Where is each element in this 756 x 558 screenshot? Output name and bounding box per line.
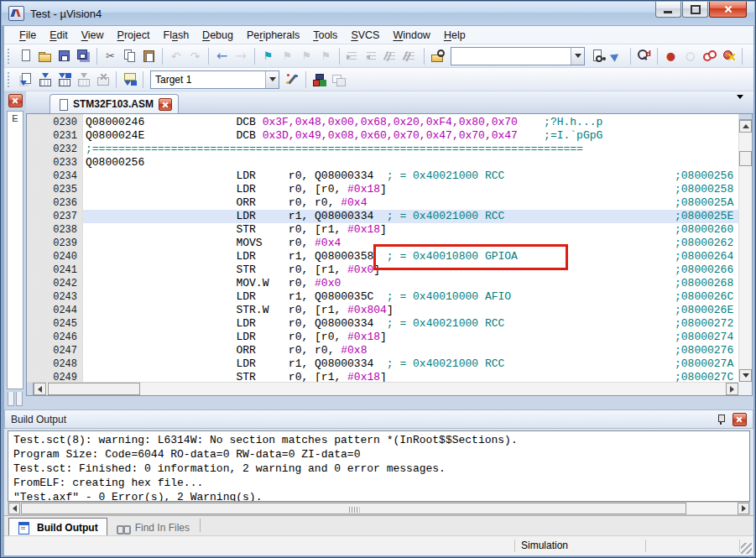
scroll-left-button[interactable] xyxy=(8,503,20,514)
resize-grip[interactable] xyxy=(741,543,752,554)
bookmark-next-icon[interactable]: ⚑ xyxy=(298,47,315,65)
editor-vertical-scrollbar[interactable] xyxy=(738,114,752,382)
menu-edit[interactable]: Edit xyxy=(43,28,75,43)
code-line[interactable]: 0248 LDR r1, Q08000334 ; = 0x40021000 RC… xyxy=(27,357,738,371)
code-line[interactable]: 0243 LDR r1, Q0800035C ; = 0x40010000 AF… xyxy=(27,290,738,304)
menu-help[interactable]: Help xyxy=(437,28,472,43)
build-target-icon[interactable] xyxy=(36,70,54,89)
undo-icon[interactable]: ↶ xyxy=(167,47,185,65)
manage-books-icon[interactable] xyxy=(330,70,347,89)
scroll-left-button[interactable] xyxy=(34,383,46,395)
target-select[interactable]: Target 1 xyxy=(150,70,279,89)
find-icon[interactable] xyxy=(589,47,607,65)
build-output-log[interactable]: Test.sct(8): warning: L6314W: No section… xyxy=(8,430,750,502)
cut-icon[interactable]: ✂ xyxy=(102,47,119,65)
collapsed-project-pane[interactable]: E xyxy=(7,111,23,389)
code-line[interactable]: 0233Q08000256 xyxy=(27,156,738,169)
download-flash-icon[interactable] xyxy=(121,70,138,89)
code-line[interactable]: 0238 STR r0, [r1, #0x18];08000260 xyxy=(27,223,738,237)
new-file-icon[interactable] xyxy=(17,47,34,65)
rebuild-all-icon[interactable] xyxy=(55,70,73,89)
dropdown-button[interactable] xyxy=(571,48,584,65)
tab-find-in-files[interactable]: Find In Files xyxy=(107,519,198,536)
menu-flash[interactable]: Flash xyxy=(157,28,196,43)
scroll-right-button[interactable] xyxy=(738,503,749,514)
tab-build-output[interactable]: Build Output xyxy=(8,518,107,536)
enable-disable-breakpoint-icon[interactable]: ○ xyxy=(681,47,699,65)
vertical-scroll-thumb[interactable] xyxy=(739,151,752,166)
batch-build-icon[interactable] xyxy=(75,70,92,89)
menu-file[interactable]: File xyxy=(13,28,43,43)
editor-horizontal-scrollbar[interactable] xyxy=(27,382,738,395)
bookmark-toggle-icon[interactable]: ⚑ xyxy=(259,47,277,65)
translate-file-icon[interactable] xyxy=(17,70,34,89)
bookmark-prev-icon[interactable]: ⚑ xyxy=(279,47,296,65)
code-line[interactable]: 0236 ORR r0, r0, #0x4;0800025A xyxy=(27,196,738,210)
menu-peripherals[interactable]: Peripherals xyxy=(240,28,306,43)
disable-all-breakpoints-icon[interactable] xyxy=(701,47,718,65)
tab-stm32f103-asm[interactable]: STM32F103.ASM xyxy=(50,94,179,113)
toolbar-grip[interactable] xyxy=(8,49,12,64)
pane-tab-stub[interactable] xyxy=(8,392,14,406)
menu-tools[interactable]: Tools xyxy=(306,28,344,43)
menu-view[interactable]: View xyxy=(75,28,111,43)
horizontal-scroll-thumb[interactable] xyxy=(48,383,140,395)
dropdown-button[interactable] xyxy=(265,71,279,88)
stop-build-icon[interactable] xyxy=(94,70,112,89)
code-line[interactable]: 0235 LDR r0, [r0, #0x18];08000258 xyxy=(27,183,738,196)
split-handle[interactable] xyxy=(27,383,34,395)
code-line[interactable]: 0247 ORR r0, r0, #0x8;08000276 xyxy=(27,344,738,357)
menu-window[interactable]: Window xyxy=(386,28,436,43)
split-handle[interactable] xyxy=(739,114,752,120)
outdent-icon[interactable] xyxy=(363,47,381,65)
code-line[interactable]: 0231Q0800024E DCB 0x3D,0x49,0x08,0x60,0x… xyxy=(27,129,738,143)
scroll-right-button[interactable] xyxy=(726,383,738,395)
manage-project-items-icon[interactable] xyxy=(310,70,328,89)
copy-icon[interactable] xyxy=(121,47,138,65)
menu-debug[interactable]: Debug xyxy=(196,28,240,43)
incremental-find-icon[interactable] xyxy=(608,47,626,65)
paste-icon[interactable] xyxy=(140,47,158,65)
pin-icon[interactable] xyxy=(717,414,726,425)
code-line[interactable]: 0244 STR.W r0, [r1, #0x804];0800026E xyxy=(27,304,738,317)
code-line[interactable]: 0249 STR r0, [r1, #0x18];0800027C xyxy=(27,371,738,382)
bookmark-clear-icon[interactable]: ⚑ xyxy=(317,47,335,65)
scroll-up-button[interactable] xyxy=(739,120,752,133)
navigate-forward-icon[interactable]: → xyxy=(232,47,250,65)
close-button[interactable] xyxy=(709,2,747,18)
code-line[interactable]: 0237 LDR r1, Q08000334 ; = 0x40021000 RC… xyxy=(27,210,738,223)
code-line[interactable]: 0242 MOV.W r0, #0x0;08000268 xyxy=(27,277,738,290)
output-scroll-thumb[interactable] xyxy=(21,503,686,514)
restore-button[interactable] xyxy=(682,2,708,18)
insert-breakpoint-icon[interactable]: ● xyxy=(662,47,680,65)
save-all-icon[interactable] xyxy=(75,47,92,65)
minimize-button[interactable] xyxy=(655,2,681,18)
open-file-icon[interactable] xyxy=(36,47,54,65)
kill-all-breakpoints-icon[interactable] xyxy=(720,47,738,65)
tab-list-dropdown-button[interactable] xyxy=(737,99,743,114)
find-in-files-icon[interactable] xyxy=(429,47,446,65)
close-output-button[interactable] xyxy=(733,413,747,426)
code-line[interactable]: 0232;===================================… xyxy=(27,143,738,156)
find-combobox[interactable] xyxy=(451,47,585,65)
indent-icon[interactable] xyxy=(344,47,362,65)
redo-icon[interactable]: ↷ xyxy=(186,47,204,65)
code-view[interactable]: 0230Q08000246 DCB 0x3F,0x48,0x00,0x68,0x… xyxy=(27,114,738,382)
toolbar-grip[interactable] xyxy=(8,72,12,87)
code-line[interactable]: 0246 LDR r0, [r0, #0x18];08000274 xyxy=(27,331,738,344)
lookup-magnifier-icon[interactable]: d xyxy=(635,47,653,65)
output-horizontal-scrollbar[interactable] xyxy=(8,502,750,515)
menu-project[interactable]: Project xyxy=(111,28,157,43)
navigate-back-icon[interactable]: ← xyxy=(213,47,231,65)
code-line[interactable]: 0234 LDR r0, Q08000334 ; = 0x40021000 RC… xyxy=(27,169,738,183)
options-for-target-icon[interactable] xyxy=(284,70,301,89)
scroll-down-button[interactable] xyxy=(739,369,752,382)
uncomment-icon[interactable] xyxy=(402,47,420,65)
code-line[interactable]: 0230Q08000246 DCB 0x3F,0x48,0x00,0x68,0x… xyxy=(27,116,738,129)
pane-tab-stub[interactable] xyxy=(16,392,23,406)
find-input[interactable] xyxy=(451,49,571,64)
comment-icon[interactable] xyxy=(383,47,400,65)
menu-svcs[interactable]: SVCS xyxy=(344,28,386,43)
save-icon[interactable] xyxy=(55,47,73,65)
close-project-pane-button[interactable] xyxy=(8,94,23,107)
